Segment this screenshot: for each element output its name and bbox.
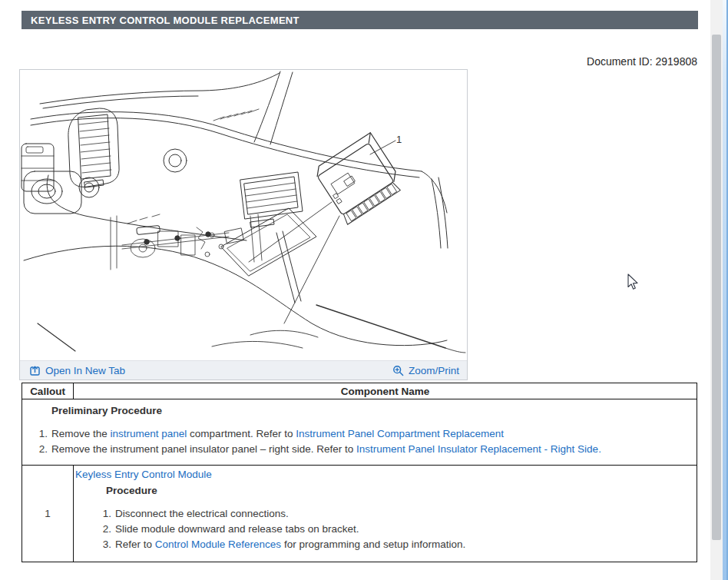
component-name-cell: Keyless Entry Control Module Procedure 1… bbox=[74, 466, 697, 562]
step-text-segment: Refer to bbox=[115, 539, 155, 550]
title-bar: KEYLESS ENTRY CONTROL MODULE REPLACEMENT bbox=[22, 11, 698, 29]
component-name-column-header: Component Name bbox=[74, 383, 697, 399]
figure-callout-label: 1 bbox=[396, 134, 402, 145]
step-text-segment: Slide module downward and release tabs o… bbox=[115, 523, 359, 535]
preliminary-steps-list: 1.Remove the instrument panel compartmen… bbox=[35, 426, 689, 457]
inline-reference-link[interactable]: Instrument Panel Insulator Replacement -… bbox=[356, 443, 601, 455]
callout-column-header: Callout bbox=[22, 383, 74, 399]
open-in-new-tab-label: Open In New Tab bbox=[45, 365, 125, 376]
procedure-step: 2.Remove the instrument panel insulator … bbox=[35, 442, 689, 457]
page-title: KEYLESS ENTRY CONTROL MODULE REPLACEMENT bbox=[31, 15, 299, 26]
inline-reference-link[interactable]: Control Module References bbox=[155, 539, 281, 550]
preliminary-procedure-row: Preliminary Procedure 1.Remove the instr… bbox=[22, 399, 697, 466]
instrument-panel-drawing: 1 bbox=[20, 70, 467, 360]
procedure-steps-list: 1.Disconnect the electrical connections.… bbox=[98, 506, 690, 552]
component-row: 1 Keyless Entry Control Module Procedure… bbox=[22, 466, 697, 562]
step-number: 2. bbox=[98, 522, 111, 537]
figure-illustration: 1 bbox=[20, 70, 467, 360]
table-header-row: Callout Component Name bbox=[22, 383, 697, 399]
procedure-title: Procedure bbox=[106, 485, 690, 496]
step-text: Slide module downward and release tabs o… bbox=[115, 522, 359, 537]
procedure-step: 1.Remove the instrument panel compartmen… bbox=[35, 426, 689, 442]
step-text-segment: compartment. Refer to bbox=[187, 428, 296, 439]
step-number: 2. bbox=[35, 442, 48, 457]
procedure-step: 3.Refer to Control Module References for… bbox=[98, 537, 690, 552]
step-number: 3. bbox=[98, 537, 111, 552]
component-name-link[interactable]: Keyless Entry Control Module bbox=[75, 468, 212, 482]
step-text-segment: Remove the instrument panel insulator pa… bbox=[51, 443, 356, 455]
figure-panel: 1 Open In New Tab bbox=[19, 69, 468, 380]
inline-reference-link[interactable]: Instrument Panel Compartment Replacement bbox=[296, 428, 504, 439]
zoom-print-link[interactable]: Zoom/Print bbox=[392, 365, 459, 376]
mouse-cursor bbox=[627, 273, 639, 290]
step-text: Refer to Control Module References for p… bbox=[115, 537, 465, 552]
window-edge bbox=[723, 0, 728, 580]
step-text: Disconnect the electrical connections. bbox=[115, 506, 289, 522]
step-text-segment: Remove the bbox=[51, 428, 111, 439]
callout-cell: 1 bbox=[22, 466, 74, 562]
step-number: 1. bbox=[35, 426, 48, 442]
step-text-segment: Disconnect the electrical connections. bbox=[115, 508, 289, 519]
inline-reference-link[interactable]: instrument panel bbox=[111, 428, 187, 439]
component-table: Callout Component Name Preliminary Proce… bbox=[22, 383, 697, 562]
zoom-icon bbox=[392, 365, 404, 376]
page: KEYLESS ENTRY CONTROL MODULE REPLACEMENT… bbox=[0, 0, 728, 580]
preliminary-procedure-title: Preliminary Procedure bbox=[51, 405, 689, 416]
step-text: Remove the instrument panel compartment.… bbox=[51, 426, 504, 442]
keyless-module-drawing bbox=[313, 133, 405, 224]
open-in-new-tab-link[interactable]: Open In New Tab bbox=[29, 365, 125, 376]
figure-toolbar: Open In New Tab Zoom/Print bbox=[20, 360, 467, 379]
scrollbar-thumb[interactable] bbox=[712, 35, 721, 540]
step-text-segment: for programming and setup information. bbox=[281, 539, 465, 550]
scrollbar[interactable] bbox=[710, 0, 723, 580]
step-number: 1. bbox=[98, 506, 111, 522]
zoom-print-label: Zoom/Print bbox=[409, 365, 459, 376]
step-text: Remove the instrument panel insulator pa… bbox=[51, 442, 601, 457]
document-id: Document ID: 2919808 bbox=[467, 55, 697, 68]
open-in-new-tab-icon bbox=[29, 365, 41, 376]
procedure-step: 2.Slide module downward and release tabs… bbox=[98, 522, 690, 537]
procedure-step: 1.Disconnect the electrical connections. bbox=[98, 506, 690, 522]
